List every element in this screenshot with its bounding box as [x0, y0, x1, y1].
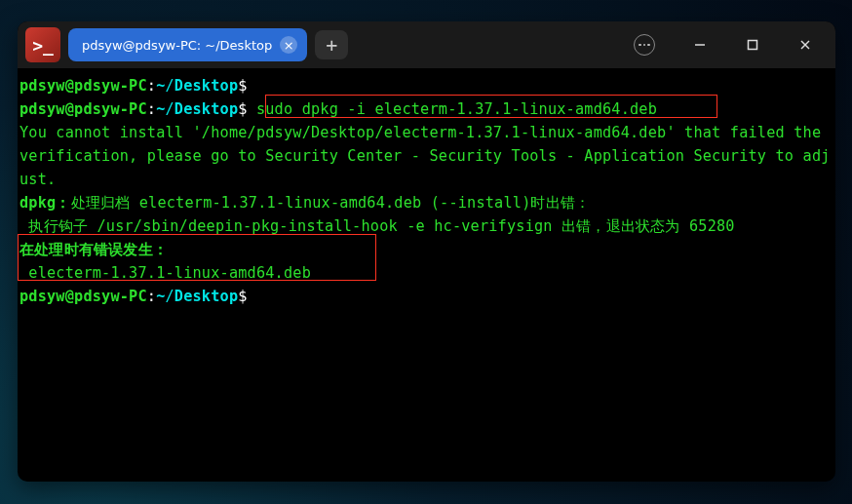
- svg-rect-1: [749, 41, 757, 50]
- tab-title: pdsyw@pdsyw-PC: ~/Desktop: [82, 38, 272, 53]
- prompt-user: pdsyw@pdsyw-PC: [19, 100, 147, 118]
- close-button[interactable]: [783, 22, 828, 67]
- prompt-colon: :: [147, 288, 156, 305]
- titlebar: >_ pdsyw@pdsyw-PC: ~/Desktop × +: [18, 21, 835, 68]
- prompt-dir: Desktop: [174, 288, 238, 305]
- err-header: 在处理时有错误发生：: [19, 241, 168, 258]
- warn-text: You cannot install '/home/pdsyw/Desktop/…: [19, 124, 831, 188]
- prompt-slash: /: [166, 100, 174, 118]
- minimize-icon: [693, 38, 707, 52]
- prompt-dir: Desktop: [174, 100, 238, 118]
- maximize-icon: [746, 38, 759, 52]
- minimize-button[interactable]: [678, 22, 722, 67]
- hook-prefix: 执行钩子: [19, 217, 97, 235]
- tab-active[interactable]: pdsyw@pdsyw-PC: ~/Desktop ×: [68, 28, 307, 61]
- dpkg-msg: 处理归档 electerm-1.37.1-linux-amd64.deb (--…: [71, 194, 591, 212]
- close-icon: [798, 38, 812, 52]
- err-file: electerm-1.37.1-linux-amd64.deb: [19, 264, 311, 282]
- prompt-dollar: $: [238, 77, 247, 95]
- cmd-dpkg: sudo dpkg -i electerm-1.37.1-linux-amd64…: [256, 100, 657, 118]
- prompt-colon: :: [147, 100, 156, 118]
- prompt-tilde: ~: [156, 77, 165, 95]
- prompt-dollar: $: [238, 100, 247, 118]
- prompt-colon: :: [147, 77, 156, 95]
- maximize-button[interactable]: [730, 22, 775, 67]
- prompt-slash: /: [166, 288, 174, 305]
- more-icon: [634, 34, 655, 56]
- prompt-user: pdsyw@pdsyw-PC: [19, 288, 147, 305]
- prompt-tilde: ~: [156, 288, 165, 305]
- hook-path: /usr/sbin/deepin-pkg-install-hook -e hc-…: [97, 217, 735, 235]
- new-tab-button[interactable]: +: [315, 30, 348, 59]
- terminal-output[interactable]: pdsyw@pdsyw-PC:~/Desktop$ pdsyw@pdsyw-PC…: [18, 68, 835, 482]
- tab-close-button[interactable]: ×: [280, 36, 297, 54]
- prompt-tilde: ~: [156, 100, 165, 118]
- prompt-slash: /: [166, 77, 174, 95]
- more-menu-button[interactable]: [625, 22, 670, 67]
- dpkg-label: dpkg：: [19, 194, 71, 212]
- terminal-window: >_ pdsyw@pdsyw-PC: ~/Desktop × + pdsyw@p…: [18, 21, 835, 482]
- prompt-dir: Desktop: [174, 77, 238, 95]
- prompt-user: pdsyw@pdsyw-PC: [19, 77, 147, 95]
- prompt-dollar: $: [238, 288, 247, 305]
- terminal-app-icon: >_: [25, 27, 60, 62]
